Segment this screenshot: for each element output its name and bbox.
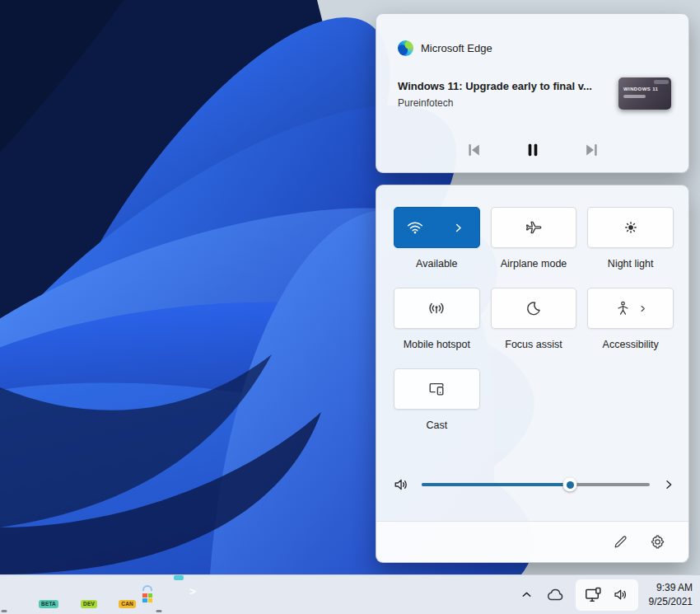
chevron-right-icon (638, 304, 647, 313)
qs-label-mobile-hotspot: Mobile hotspot (404, 339, 470, 350)
previous-track-button[interactable] (463, 139, 484, 161)
speaker-icon (393, 476, 411, 494)
volume-mute-button[interactable] (393, 476, 411, 494)
chevron-right-icon (662, 478, 675, 491)
speaker-icon (613, 586, 630, 603)
edit-quick-settings-button[interactable] (613, 534, 628, 550)
accessibility-icon (614, 300, 632, 317)
hotspot-icon (427, 298, 446, 318)
media-app-name: Microsoft Edge (421, 42, 492, 54)
night-light-icon (622, 218, 640, 237)
taskbar: BETA DEV CAN > (0, 574, 700, 614)
system-tray: 9:39 AM 9/25/2021 (520, 579, 700, 611)
media-title: Windows 11: Upgrade early to final v... (398, 80, 617, 92)
qs-cell-focus-assist: Focus assist (491, 288, 577, 350)
taskbar-app-edge-dev[interactable]: DEV (70, 584, 93, 607)
media-app-header: Microsoft Edge (398, 40, 492, 56)
tile-focus-assist[interactable] (491, 288, 577, 329)
pencil-icon (613, 534, 628, 550)
desktop: Microsoft Edge Windows 11: Upgrade early… (0, 0, 700, 614)
qs-label-focus-assist: Focus assist (505, 339, 562, 350)
quick-settings-panel: Available Airplane mode Night light (376, 185, 689, 563)
previous-track-icon (464, 140, 483, 160)
media-thumbnail-subtext-bar (623, 95, 646, 98)
media-thumbnail: WINDOWS 11 (618, 77, 671, 110)
tile-wifi[interactable] (394, 207, 480, 248)
volume-slider-track[interactable] (422, 483, 650, 486)
taskbar-app-edge[interactable] (0, 584, 16, 607)
next-track-icon (582, 140, 602, 160)
edge-beta-badge: BETA (39, 600, 58, 608)
wifi-toggle-zone[interactable] (394, 208, 436, 247)
qs-cell-airplane: Airplane mode (491, 207, 577, 270)
gear-icon (650, 534, 665, 550)
tile-airplane-mode[interactable] (491, 207, 577, 248)
volume-output-expand-button[interactable] (662, 478, 675, 491)
taskbar-clock[interactable]: 9:39 AM 9/25/2021 (649, 581, 693, 607)
cast-icon (427, 380, 446, 398)
edge-canary-badge: CAN (119, 600, 136, 608)
tile-accessibility[interactable] (587, 288, 674, 329)
qs-cell-wifi: Available (394, 207, 480, 270)
qs-cell-mobile-hotspot: Mobile hotspot (394, 288, 480, 350)
tile-mobile-hotspot[interactable] (394, 288, 480, 329)
volume-slider-thumb[interactable] (563, 478, 577, 492)
taskbar-app-edge-beta[interactable]: BETA (31, 584, 54, 607)
qs-label-airplane: Airplane mode (501, 258, 567, 270)
quick-settings-grid: Available Airplane mode Night light (394, 207, 674, 431)
pause-icon (524, 141, 542, 159)
qs-label-night-light: Night light (608, 258, 654, 270)
edge-dev-badge: DEV (81, 600, 97, 608)
volume-slider-fill (422, 483, 570, 486)
media-transport-controls (376, 139, 688, 161)
taskbar-app-microsoft-store[interactable] (147, 584, 170, 607)
network-display-icon (584, 585, 604, 605)
clock-time: 9:39 AM (649, 581, 693, 594)
wifi-expand-zone[interactable] (437, 208, 479, 247)
cloud-icon (545, 585, 565, 605)
edge-logo-icon (398, 40, 413, 56)
clock-date: 9/25/2021 (649, 595, 693, 608)
tile-night-light[interactable] (587, 207, 674, 248)
media-thumbnail-text: WINDOWS 11 (623, 87, 658, 91)
airplane-icon (525, 218, 543, 237)
qs-label-wifi: Available (416, 258, 458, 270)
chevron-right-icon (452, 222, 464, 234)
pause-button[interactable] (522, 139, 544, 161)
all-settings-button[interactable] (650, 534, 665, 550)
media-source: Pureinfotech (398, 97, 453, 109)
next-track-button[interactable] (581, 139, 603, 161)
taskbar-app-windows-terminal[interactable]: > (186, 584, 209, 607)
qs-cell-night-light: Night light (587, 207, 674, 270)
wifi-icon (406, 218, 424, 237)
media-thumbnail-band (654, 80, 669, 84)
chevron-up-icon (520, 588, 534, 602)
taskbar-app-edge-canary[interactable]: CAN (109, 584, 132, 607)
qs-cell-cast: Cast (394, 368, 480, 431)
qs-label-accessibility: Accessibility (603, 339, 659, 350)
tile-cast[interactable] (394, 368, 480, 410)
quick-settings-footer (376, 521, 688, 562)
volume-row (393, 474, 675, 495)
qs-label-cast: Cast (426, 419, 447, 431)
taskbar-app-icons: BETA DEV CAN > (0, 584, 209, 607)
moon-icon (525, 299, 543, 317)
qs-cell-accessibility: Accessibility (587, 288, 674, 350)
show-hidden-icons-button[interactable] (520, 588, 534, 602)
network-volume-tray-button[interactable] (576, 579, 638, 611)
media-control-card: Microsoft Edge Windows 11: Upgrade early… (376, 13, 689, 173)
accessibility-icon-group (614, 300, 647, 317)
onedrive-tray-button[interactable] (545, 585, 565, 605)
